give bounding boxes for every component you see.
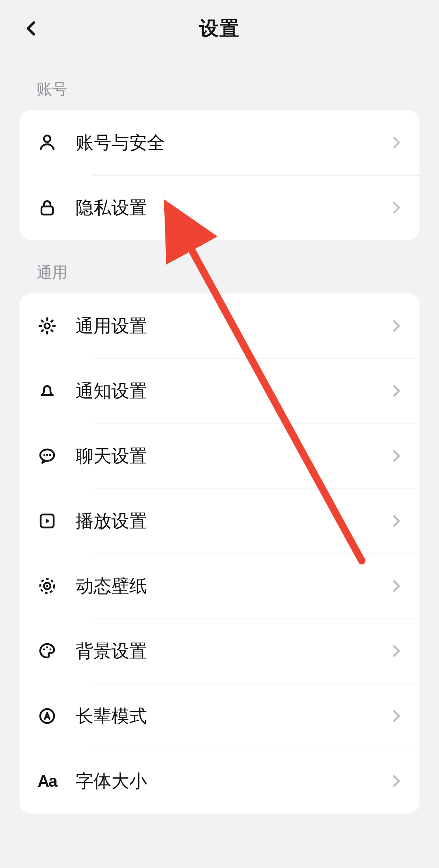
- row-label: 通用设置: [76, 314, 389, 338]
- row-live-wallpaper[interactable]: 动态壁纸: [20, 553, 419, 618]
- header-bar: 设置: [0, 0, 439, 57]
- svg-point-0: [44, 135, 50, 142]
- lock-icon: [36, 196, 59, 219]
- section-header-about: 关于: [0, 814, 439, 842]
- back-button[interactable]: [20, 16, 44, 41]
- row-label: 通知设置: [76, 379, 389, 403]
- chat-icon: [36, 445, 59, 467]
- row-font-size[interactable]: Aa 字体大小: [20, 749, 419, 814]
- chevron-right-icon: [389, 319, 403, 333]
- row-privacy-settings[interactable]: 隐私设置: [20, 175, 419, 240]
- row-label: 动态壁纸: [76, 574, 389, 598]
- row-elder-mode[interactable]: 长辈模式: [20, 684, 419, 749]
- bell-icon: [36, 380, 59, 402]
- svg-point-10: [46, 585, 48, 587]
- row-playback-settings[interactable]: 播放设置: [20, 488, 419, 553]
- elder-mode-icon: [36, 705, 59, 727]
- svg-point-5: [46, 454, 48, 456]
- chevron-left-icon: [23, 20, 41, 37]
- chevron-right-icon: [389, 449, 403, 463]
- svg-point-13: [50, 649, 52, 651]
- user-icon: [36, 131, 59, 154]
- play-icon: [36, 510, 59, 532]
- section-header-general: 通用: [0, 240, 439, 293]
- row-general-settings[interactable]: 通用设置: [20, 293, 419, 358]
- chevron-right-icon: [389, 774, 403, 788]
- row-label: 背景设置: [76, 639, 389, 663]
- palette-icon: [36, 640, 59, 662]
- font-size-icon: Aa: [36, 770, 59, 792]
- row-label: 隐私设置: [76, 196, 389, 220]
- svg-point-12: [46, 647, 48, 649]
- svg-point-6: [49, 454, 51, 456]
- chevron-right-icon: [389, 709, 403, 723]
- svg-point-2: [45, 323, 50, 329]
- chevron-right-icon: [389, 200, 403, 215]
- general-card: 通用设置 通知设置 聊天设置 播放设置 动态壁纸 背景设置: [20, 293, 419, 814]
- row-background-settings[interactable]: 背景设置: [20, 618, 419, 684]
- row-account-security[interactable]: 账号与安全: [20, 110, 419, 175]
- row-notification-settings[interactable]: 通知设置: [20, 358, 419, 423]
- chevron-right-icon: [389, 579, 403, 593]
- row-label: 播放设置: [76, 509, 389, 533]
- chevron-right-icon: [389, 514, 403, 528]
- chevron-right-icon: [389, 384, 403, 398]
- svg-point-11: [43, 649, 45, 651]
- chevron-right-icon: [389, 644, 403, 658]
- gear-icon: [36, 315, 59, 337]
- chevron-right-icon: [389, 135, 403, 150]
- svg-point-14: [40, 709, 54, 723]
- account-card: 账号与安全 隐私设置: [20, 110, 419, 240]
- page-title: 设置: [199, 15, 240, 41]
- svg-rect-1: [41, 206, 53, 215]
- row-chat-settings[interactable]: 聊天设置: [20, 423, 419, 488]
- row-label: 长辈模式: [76, 704, 389, 728]
- svg-point-4: [43, 454, 46, 456]
- row-label: 字体大小: [76, 769, 389, 793]
- row-label: 聊天设置: [76, 444, 389, 468]
- section-header-account: 账号: [0, 57, 439, 110]
- wallpaper-icon: [36, 575, 59, 597]
- row-label: 账号与安全: [76, 131, 389, 155]
